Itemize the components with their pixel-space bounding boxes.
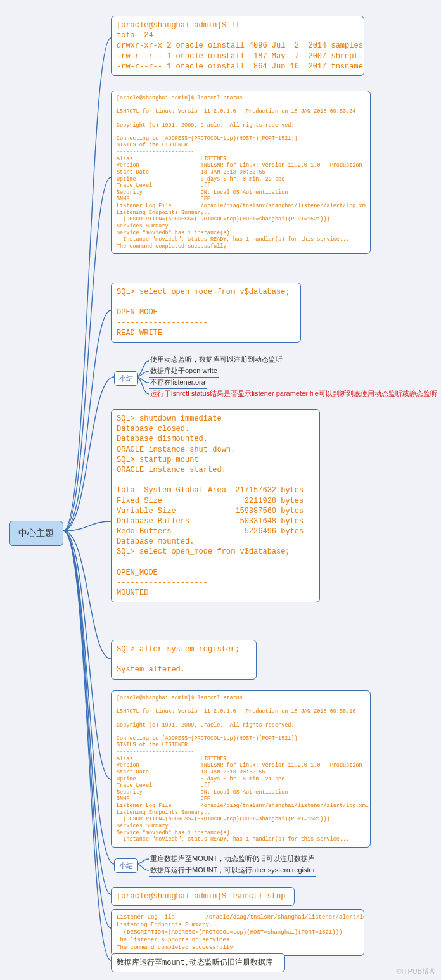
text-block-mount[interactable]: 数据库运行至mount,动态监听仍旧注册数据库 <box>111 953 285 972</box>
summary-2-item-1[interactable]: 数据库运行于MOUNT，可以运行alter system register <box>149 865 316 877</box>
code-block-openmode[interactable]: SQL> select open_mode from v$database; O… <box>111 283 301 343</box>
summary-1-box[interactable]: 小结 <box>114 371 138 386</box>
code-block-lsnrctl-stop[interactable]: [oracle@shanghai admin]$ lsnrctl stop <box>111 887 295 906</box>
code-block-listener-log[interactable]: Listener Log File /oracle/diag/tnslsnr/s… <box>111 909 364 956</box>
summary-1-item-0[interactable]: 使用动态监听，数据库可以注册到动态监听 <box>149 355 284 366</box>
root-node[interactable]: 中心主题 <box>9 521 63 546</box>
summary-2-box[interactable]: 小结 <box>114 858 138 873</box>
summary-1-item-2[interactable]: 不存在listener.ora <box>149 378 207 389</box>
root-label: 中心主题 <box>18 528 54 538</box>
watermark: ©ITPUB博客 <box>397 967 437 976</box>
code-block-alter-register[interactable]: SQL> alter system register; System alter… <box>111 640 257 680</box>
summary-2-item-0[interactable]: 重启数据库至MOUNT，动态监听仍旧可以注册数据库 <box>149 854 316 865</box>
code-block-shutdown-startup[interactable]: SQL> shutdown immediate Database closed.… <box>111 409 320 602</box>
code-block-ll[interactable]: [oracle@shanghai admin]$ ll total 24 drw… <box>111 16 364 76</box>
code-block-lsnrctl-status-1[interactable]: [oracle@shanghai admin]$ lsnrctl status … <box>111 91 371 254</box>
summary-1-item-3[interactable]: 运行于lsnrctl status结果是否显示listener paramete… <box>149 389 438 400</box>
code-block-lsnrctl-status-2[interactable]: [oracle@shanghai admin]$ lsnrctl status … <box>111 690 371 848</box>
summary-1-item-1[interactable]: 数据库处于open write <box>149 366 219 378</box>
summary-1-label: 小结 <box>119 374 133 382</box>
summary-2-label: 小结 <box>119 862 133 869</box>
